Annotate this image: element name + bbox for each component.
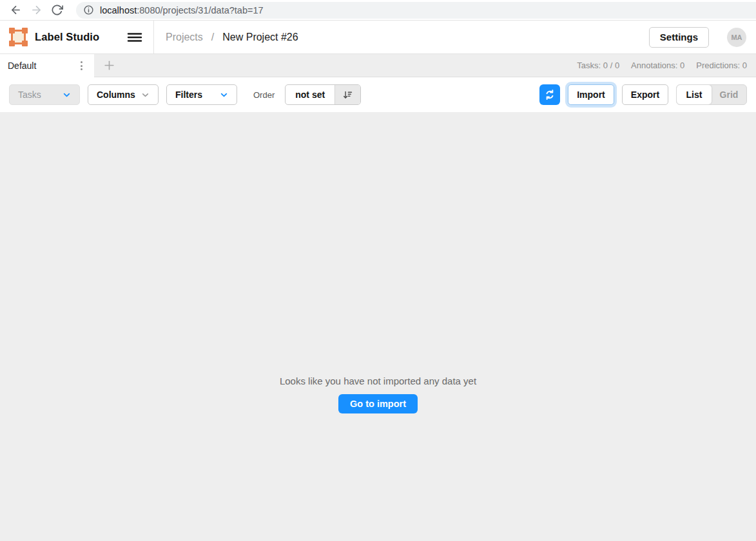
- chevron-down-icon: [63, 91, 71, 99]
- view-toggle: List Grid: [676, 84, 747, 105]
- order-value-button[interactable]: not set: [286, 85, 334, 104]
- avatar[interactable]: MA: [727, 28, 746, 47]
- url-bar[interactable]: localhost:8080/projects/31/data?tab=17: [76, 2, 756, 19]
- add-tab-button[interactable]: [94, 54, 124, 77]
- data-manager-toolbar: Tasks Columns Filters Order not set Impo…: [0, 77, 756, 112]
- chevron-down-icon: [220, 91, 228, 99]
- browser-forward-button[interactable]: [27, 1, 45, 19]
- counters: Tasks: 0 / 0 Annotations: 0 Predictions:…: [577, 54, 756, 77]
- page-info-icon[interactable]: [83, 5, 94, 15]
- empty-state-message: Looks like you have not imported any dat…: [280, 375, 476, 386]
- hamburger-menu-button[interactable]: [126, 29, 143, 46]
- go-to-import-button[interactable]: Go to import: [338, 394, 418, 413]
- order-value-label: not set: [295, 90, 325, 100]
- browser-reload-button[interactable]: [48, 1, 66, 19]
- reload-icon: [51, 4, 63, 16]
- chevron-down-icon: [141, 91, 150, 99]
- order-control: not set: [285, 84, 361, 105]
- toolbar-right: Import Export List Grid: [539, 84, 747, 105]
- filters-dropdown-button[interactable]: Filters: [166, 84, 237, 105]
- filters-dropdown-label: Filters: [175, 90, 202, 100]
- refresh-button[interactable]: [539, 84, 560, 105]
- app-header: Label Studio Projects / New Project #26 …: [0, 21, 756, 54]
- tab-default-label: Default: [8, 61, 36, 71]
- url-path: :8080/projects/31/data?tab=17: [137, 5, 263, 15]
- tasks-counter: Tasks: 0 / 0: [577, 61, 619, 70]
- hamburger-icon: [127, 30, 142, 45]
- sync-icon: [544, 89, 556, 100]
- columns-dropdown-button[interactable]: Columns: [88, 84, 159, 105]
- tasks-dropdown-label: Tasks: [18, 90, 41, 100]
- tab-options-button[interactable]: [77, 57, 86, 74]
- plus-icon: [103, 59, 115, 71]
- browser-chrome: localhost:8080/projects/31/data?tab=17: [0, 0, 756, 21]
- order-label: Order: [253, 90, 275, 100]
- settings-button[interactable]: Settings: [649, 27, 709, 48]
- breadcrumb: Projects / New Project #26: [166, 32, 298, 43]
- export-button[interactable]: Export: [622, 84, 668, 105]
- toolbar-left: Tasks Columns Filters Order not set: [9, 84, 361, 105]
- tasks-dropdown-button[interactable]: Tasks: [9, 84, 80, 105]
- arrow-left-icon: [10, 4, 22, 16]
- tab-default[interactable]: Default: [0, 54, 94, 77]
- breadcrumb-projects-link[interactable]: Projects: [166, 32, 203, 43]
- view-tabs-bar: Default Tasks: 0 / 0 Annotations: 0 Pred…: [0, 54, 756, 77]
- brand-zone: Label Studio: [0, 21, 154, 53]
- columns-dropdown-label: Columns: [97, 90, 135, 100]
- label-studio-logo-icon[interactable]: [9, 28, 28, 46]
- breadcrumb-separator: /: [211, 32, 214, 43]
- app-title: Label Studio: [35, 31, 99, 43]
- predictions-counter: Predictions: 0: [696, 61, 747, 70]
- data-area: Looks like you have not imported any dat…: [0, 112, 756, 541]
- view-toggle-list[interactable]: List: [677, 85, 712, 104]
- page-title: New Project #26: [222, 32, 298, 43]
- arrow-right-icon: [30, 4, 43, 16]
- url-host: localhost: [100, 5, 137, 15]
- sort-direction-button[interactable]: [334, 85, 360, 104]
- view-toggle-grid[interactable]: Grid: [712, 85, 746, 104]
- browser-back-button[interactable]: [6, 1, 24, 19]
- annotations-counter: Annotations: 0: [631, 61, 684, 70]
- import-button[interactable]: Import: [568, 84, 614, 105]
- sort-descending-icon: [342, 90, 353, 100]
- header-right: Settings MA: [649, 27, 756, 48]
